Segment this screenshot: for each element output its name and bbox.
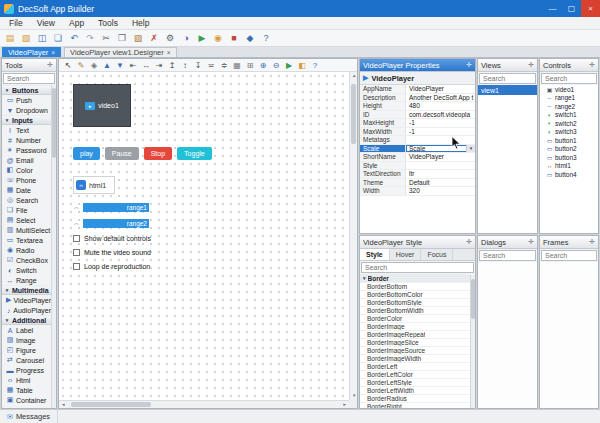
run-view-icon[interactable]: ▶ [283,59,295,71]
tool-item[interactable]: ▭ Push [2,95,51,105]
stop-app-icon[interactable]: ■ [227,31,241,45]
undo-icon[interactable]: ↶ [67,31,81,45]
tab-videoplayer[interactable]: VideoPlayer × [2,47,61,57]
cut-icon[interactable]: ✂ [99,31,113,45]
tool-item[interactable]: A Label [2,325,51,335]
dialogs-search-input[interactable] [479,250,536,261]
redo-icon[interactable]: ↷ [83,31,97,45]
tool-item[interactable]: ▣ Container [2,395,51,405]
property-row[interactable]: Description Another DecSoft App t ▾ [360,94,475,103]
control-tree-item[interactable]: ⇔ range1 [540,94,598,103]
style-property-row[interactable]: BorderLeftColor [360,371,470,379]
tool-item[interactable]: ↔ Range [2,275,51,285]
property-value[interactable]: -1 ▾ [406,119,475,127]
close-icon[interactable]: × [167,49,171,56]
property-row[interactable]: MaxHeight -1 ▾ [360,119,475,128]
zoom-out-icon[interactable]: ⊖ [270,59,282,71]
tool-item[interactable]: ◎ Search [2,195,51,205]
frames-search-input[interactable] [541,250,597,261]
style-property-row[interactable]: BorderImageWidth [360,355,470,363]
property-value[interactable]: VideoPlayer ▾ [406,85,475,93]
canvas-switch[interactable]: Mute the video sound [73,249,151,256]
messages-tab[interactable]: ✉ Messages [0,410,58,423]
canvas-range[interactable]: ⇔ range1 [73,203,149,212]
tools-search-input[interactable] [3,73,55,84]
control-tree-item[interactable]: ⇔ range2 [540,102,598,111]
tool-item[interactable]: ‹› Html [2,375,51,385]
property-value[interactable]: ▾ [406,162,475,170]
snap-grid-icon[interactable]: ⊞ [244,59,256,71]
canvas-button[interactable]: Stop [144,147,172,160]
style-property-row[interactable]: BorderRight [360,403,470,408]
dropdown-button[interactable]: ▾ [466,145,475,153]
tool-item[interactable]: ▾ Inputs [2,115,51,125]
canvas-html1[interactable]: ‹› html1 [73,176,115,194]
pin-icon[interactable]: ✛ [528,61,534,69]
align-top-icon[interactable]: ↥ [166,59,178,71]
align-left-icon[interactable]: ⇤ [127,59,139,71]
canvas-range[interactable]: ⇔ range2 [73,219,149,228]
same-height-icon[interactable]: ≑ [218,59,230,71]
controls-search-input[interactable] [541,73,597,84]
scrollbar-thumb[interactable] [71,402,151,407]
property-value[interactable]: 320 ▾ [406,187,475,195]
tool-item[interactable]: ▨ Image [2,335,51,345]
style-property-row[interactable]: BorderBottomWidth [360,307,470,315]
menu-item[interactable]: App [62,18,91,28]
property-row[interactable]: TextDirection ltr ▾ [360,170,475,179]
save-all-icon[interactable]: ❏ [51,31,65,45]
tool-item[interactable]: ▬ Progress [2,365,51,375]
canvas-horizontal-scrollbar[interactable]: ◄ ► [59,400,349,408]
select-icon[interactable]: ↖ [62,59,74,71]
style-property-row[interactable]: BorderBottom [360,283,470,291]
align-middle-icon[interactable]: ↕ [179,59,191,71]
tool-item[interactable]: ▾ Multimedia [2,285,51,295]
style-property-row[interactable]: BorderLeftWidth [360,387,470,395]
style-property-row[interactable]: BorderImageRepeat [360,331,470,339]
tool-item[interactable]: ♪ AudioPlayer [2,305,51,315]
design-canvas[interactable]: ▸ video1 play Pause Stop Toggle ‹› [59,72,349,400]
tool-item[interactable]: ☏ Phone [2,175,51,185]
control-tree-item[interactable]: ◐ switch2 [540,119,598,128]
scroll-right-icon[interactable]: ► [343,403,347,408]
same-width-icon[interactable]: ≍ [205,59,217,71]
send-back-icon[interactable]: ▼ [114,59,126,71]
scrollbar-thumb[interactable] [471,279,475,319]
tool-item[interactable]: ▦ Table [2,385,51,395]
property-row[interactable]: ShortName VideoPlayer ▾ [360,153,475,162]
pin-icon[interactable]: ✛ [589,238,595,246]
zoom-in-icon[interactable]: ⊕ [257,59,269,71]
style-property-row[interactable]: BorderLeftStyle [360,379,470,387]
lock-icon[interactable]: ◈ [88,59,100,71]
delete-icon[interactable]: ✗ [147,31,161,45]
palette-icon[interactable]: ◧ [296,59,308,71]
copy-icon[interactable]: ❐ [115,31,129,45]
options-icon[interactable]: ⚙ [163,31,177,45]
menu-item[interactable]: Tools [91,18,125,28]
property-row[interactable]: MaxWidth -1 ▾ [360,128,475,137]
property-value[interactable]: -1 ▾ [406,128,475,136]
control-tree-item[interactable]: ▭ button2 [540,145,598,154]
style-vertical-scrollbar[interactable] [470,275,475,408]
scrollbar-thumb[interactable] [351,84,356,144]
style-property-row[interactable]: BorderImage [360,323,470,331]
style-property-row[interactable]: BorderRadius [360,395,470,403]
canvas-vertical-scrollbar[interactable]: ▲ ▼ [349,72,357,400]
tool-item[interactable]: ▥ MultiSelect [2,225,51,235]
tool-item[interactable]: ▤ Select [2,215,51,225]
style-property-row[interactable]: BorderColor [360,315,470,323]
tool-item[interactable]: ▾ Buttons [2,85,51,95]
property-row[interactable]: AppName VideoPlayer ▾ [360,85,475,94]
property-row[interactable]: Width 320 ▾ [360,187,475,196]
control-tree-item[interactable]: ▭ button4 [540,170,598,179]
property-row[interactable]: ID com.decsoft.videopla ▾ [360,111,475,120]
canvas-button[interactable]: play [73,147,100,160]
scrollbar-thumb[interactable] [52,88,56,158]
property-value[interactable]: VideoPlayer ▾ [406,153,475,161]
bring-front-icon[interactable]: ▲ [101,59,113,71]
tool-item[interactable]: ◉ Radio [2,245,51,255]
theme-icon[interactable]: ◑ [179,31,193,45]
menu-item[interactable]: Help [125,18,156,28]
tool-item[interactable]: # Number [2,135,51,145]
tool-item[interactable]: ❏ File [2,205,51,215]
